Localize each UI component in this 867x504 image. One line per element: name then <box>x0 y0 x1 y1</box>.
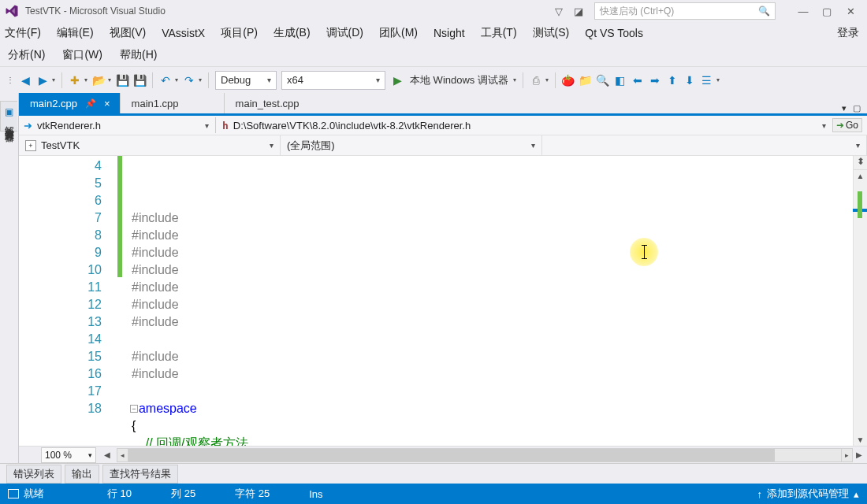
close-button[interactable]: ✕ <box>839 2 862 20</box>
quick-launch-placeholder: 快速启动 (Ctrl+Q) <box>600 5 674 18</box>
step-up-icon[interactable]: ⬆ <box>666 74 679 87</box>
go-arrow-icon: ➜ <box>836 120 844 131</box>
overview-ruler[interactable]: ⬍ ▲ ▼ <box>853 156 867 446</box>
scroll-thumb[interactable] <box>128 449 775 461</box>
h-scrollbar[interactable]: ◂ ▸ <box>117 448 853 462</box>
tab-label: main2.cpp <box>30 98 77 109</box>
code-content[interactable]: #include #include #include #include #inc… <box>122 156 853 446</box>
status-ins: Ins <box>309 488 322 500</box>
statusbar: 就绪 行 10 列 25 字符 25 Ins ↑ 添加到源代码管理 ▴ <box>0 484 867 504</box>
step-right-icon[interactable]: ➡ <box>649 74 661 87</box>
scroll-left-icon[interactable]: ◀ <box>104 450 110 459</box>
open-button[interactable]: 📂 <box>92 74 105 87</box>
divider <box>215 117 216 133</box>
menu-nsight[interactable]: Nsight <box>434 27 465 39</box>
member-scope-combo[interactable]: ▾ <box>542 135 867 155</box>
chevron-down-icon: ▾ <box>856 141 860 150</box>
menu-team[interactable]: 团队(M) <box>379 26 418 40</box>
login-link[interactable]: 登录 <box>837 26 859 40</box>
menu-test[interactable]: 测试(S) <box>533 26 570 40</box>
menu-analyze[interactable]: 分析(N) <box>8 48 45 62</box>
scroll-right-arrow[interactable]: ▸ <box>841 449 852 461</box>
minimize-button[interactable]: — <box>791 2 815 20</box>
search-code-icon[interactable]: 🔍 <box>597 74 609 87</box>
tab-main2[interactable]: main2.cpp 📌 × <box>19 93 121 113</box>
bottom-tool-tabs: 错误列表 输出 查找符号结果 <box>0 463 867 484</box>
menu-file[interactable]: 文件(F) <box>5 26 41 40</box>
scm-label: 添加到源代码管理 <box>767 487 849 501</box>
tabs-panel-icon[interactable]: ▢ <box>853 103 861 113</box>
pin-icon[interactable]: 📌 <box>85 98 96 109</box>
project-scope-combo[interactable]: + TestVTK ▾ <box>19 135 281 155</box>
nav-file-name[interactable]: vtkRenderer.h <box>37 120 101 132</box>
save-all-button[interactable]: 💾 <box>133 74 146 87</box>
menu-qt[interactable]: Qt VS Tools <box>585 27 643 39</box>
menu-edit[interactable]: 编辑(E) <box>57 26 94 40</box>
menu-help[interactable]: 帮助(H) <box>120 48 157 62</box>
editor-footer: 100 % ▾ ◀ ◂ ▸ ▶ <box>19 446 867 463</box>
feedback-icon[interactable]: ◪ <box>574 6 583 17</box>
platform-combo[interactable]: x64▾ <box>281 71 385 90</box>
status-ready: 就绪 <box>24 487 44 501</box>
namespace-scope-combo[interactable]: (全局范围) ▾ <box>281 135 542 155</box>
toolbar-grip-icon: ⋮ <box>6 76 14 84</box>
status-line: 行 10 <box>107 487 132 501</box>
maximize-button[interactable]: ▢ <box>815 2 839 20</box>
chevron-down-icon[interactable]: ▾ <box>822 121 826 130</box>
nav-fwd-button[interactable]: ▶ <box>36 74 49 87</box>
split-icon[interactable]: ⬍ <box>854 156 867 170</box>
folder-find-icon[interactable]: 📁 <box>579 74 592 87</box>
tool-icon-1[interactable]: ⎙ <box>530 74 542 87</box>
window-title: TestVTK - Microsoft Visual Studio <box>25 6 166 17</box>
config-value: Debug <box>221 74 251 86</box>
code-editor[interactable]: 456789101112131415161718 #include #inclu… <box>19 156 867 446</box>
redo-button[interactable]: ↷ <box>183 74 195 87</box>
tab-maintest[interactable]: main_test.cpp <box>225 93 340 113</box>
nav-arrow-icon[interactable]: ➜ <box>24 120 32 132</box>
chevron-down-icon[interactable]: ▾ <box>205 121 209 130</box>
line-gutter: 456789101112131415161718 <box>19 156 117 446</box>
project-scope-value: TestVTK <box>41 139 270 151</box>
close-icon[interactable]: × <box>104 98 110 109</box>
tabs-dropdown-icon[interactable]: ▾ <box>842 103 847 113</box>
quick-launch-input[interactable]: 快速启动 (Ctrl+Q) 🔍 <box>594 2 776 20</box>
scroll-right-icon[interactable]: ▶ <box>856 450 862 459</box>
zoom-value: 100 % <box>45 450 72 461</box>
solution-explorer-label: 解决方案资源管理器 <box>2 119 16 126</box>
nav-back-button[interactable]: ◀ <box>19 74 32 87</box>
error-list-tab[interactable]: 错误列表 <box>6 465 61 484</box>
undo-button[interactable]: ↶ <box>159 74 172 87</box>
menu-debug[interactable]: 调试(D) <box>326 26 363 40</box>
menu-project[interactable]: 项目(P) <box>221 26 258 40</box>
menu-window[interactable]: 窗口(W) <box>62 48 102 62</box>
tomato-icon[interactable]: 🍅 <box>562 74 575 87</box>
go-button[interactable]: ➜ Go <box>832 118 862 132</box>
run-button[interactable]: 本地 Windows 调试器 <box>410 73 508 87</box>
toggle-icon[interactable]: ◧ <box>614 74 627 87</box>
zoom-combo[interactable]: 100 % ▾ <box>41 447 96 463</box>
nav-path[interactable]: D:\Software\VTK\8.2.0\include\vtk-8.2\vt… <box>233 120 471 132</box>
menu-vassistx[interactable]: VAssistX <box>162 27 205 39</box>
menu-build[interactable]: 生成(B) <box>273 26 311 40</box>
menu-tools[interactable]: 工具(T) <box>481 26 517 40</box>
scroll-down-icon[interactable]: ▼ <box>857 435 865 444</box>
find-symbols-tab[interactable]: 查找符号结果 <box>102 465 178 484</box>
notification-flag-icon[interactable]: ▽ <box>555 6 563 17</box>
step-left-icon[interactable]: ⬅ <box>631 74 644 87</box>
scroll-left-arrow[interactable]: ◂ <box>117 449 128 461</box>
save-button[interactable]: 💾 <box>116 74 128 87</box>
new-project-button[interactable]: ✚ <box>69 74 81 87</box>
ov-change-mark <box>858 191 862 218</box>
solution-explorer-tab[interactable]: ▣ 解决方案资源管理器 <box>0 101 17 132</box>
tab-main1[interactable]: main1.cpp <box>121 93 225 113</box>
scroll-up-icon[interactable]: ▲ <box>857 172 865 180</box>
list-icon[interactable]: ☰ <box>701 74 713 87</box>
config-combo[interactable]: Debug▾ <box>215 71 277 90</box>
menu-view[interactable]: 视图(V) <box>110 26 147 40</box>
sidebar-well: ▣ 解决方案资源管理器 <box>0 93 19 463</box>
play-icon[interactable]: ▶ <box>393 74 402 87</box>
step-down-icon[interactable]: ⬇ <box>683 74 696 87</box>
source-control-button[interactable]: ↑ 添加到源代码管理 ▴ <box>757 487 860 501</box>
toolbar: ⋮ ◀ ▶▾ ✚▾ 📂▾ 💾 💾 ↶▾ ↷▾ Debug▾ x64▾ ▶ 本地 … <box>0 66 867 93</box>
output-tab[interactable]: 输出 <box>65 465 99 484</box>
